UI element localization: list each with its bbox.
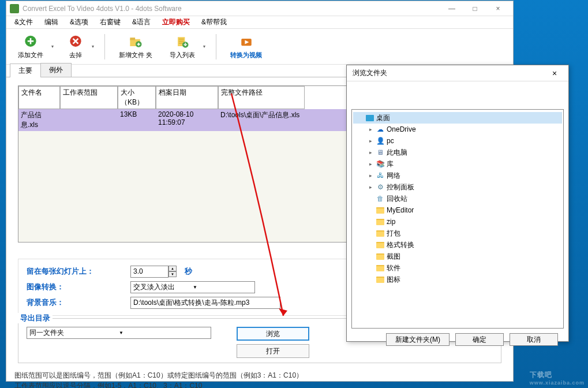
import-list-label: 导入列表	[170, 51, 195, 59]
remove-dropdown-icon[interactable]: ▾	[92, 44, 98, 49]
menu-language[interactable]: &语言	[126, 16, 156, 28]
folder-icon	[376, 229, 385, 237]
dialog-titlebar: 浏览文件夹 ×	[347, 65, 568, 81]
stay-input[interactable]	[130, 266, 168, 278]
expand-icon[interactable]: ▸	[367, 184, 374, 190]
menu-edit[interactable]: 编辑	[39, 16, 64, 28]
separator	[216, 34, 216, 59]
menu-options[interactable]: &选项	[64, 16, 94, 28]
tree-item[interactable]: 🗑回收站	[353, 193, 562, 204]
tree-item[interactable]: ▸🖥此电脑	[353, 147, 562, 158]
menu-buy[interactable]: 立即购买	[156, 16, 196, 28]
add-file-dropdown-icon[interactable]: ▾	[51, 44, 57, 49]
tree-item-label: 库	[387, 159, 394, 169]
import-list-button[interactable]: 导入列表	[163, 33, 202, 61]
chevron-down-icon: ▼	[193, 285, 252, 290]
desktop-icon	[365, 114, 374, 122]
menu-help[interactable]: &帮帮我	[196, 16, 233, 28]
col-range[interactable]: 工作表范围	[60, 86, 118, 109]
window-title: Convert Excel To Video 4dots V1.0 - 4dot…	[23, 5, 440, 13]
help-line2: 工作表范围应以逗号分隔，例如1-5，A1：C10、3：A1：C10	[14, 380, 505, 388]
cell-range	[60, 109, 118, 131]
cell-size: 13KB	[118, 109, 156, 131]
convert-button[interactable]: 转换为视频	[223, 33, 269, 61]
maximize-button[interactable]: □	[463, 2, 486, 16]
tree-item[interactable]: ▸🖧网络	[353, 170, 562, 181]
tab-main[interactable]: 主要	[10, 64, 41, 77]
titlebar: Convert Excel To Video 4dots V1.0 - 4dot…	[6, 1, 513, 16]
export-folder-value: 同一文件夹	[29, 328, 119, 338]
cloud-icon: ☁	[376, 125, 385, 133]
expand-icon[interactable]: ▸	[367, 173, 374, 178]
transition-value: 交叉淡入淡出	[133, 282, 193, 292]
expand-icon[interactable]: ▸	[367, 150, 374, 155]
import-list-dropdown-icon[interactable]: ▾	[203, 44, 209, 49]
cell-path: D:\tools\桌面\产品信息.xls	[218, 109, 305, 131]
tree-item-label: 此电脑	[387, 148, 407, 158]
ctrl-icon: ⚙	[376, 183, 385, 191]
cell-date: 2020-08-10 11:59:07	[156, 109, 218, 131]
tree-item[interactable]: 软件	[353, 262, 562, 274]
col-date[interactable]: 档案日期	[156, 86, 218, 109]
dialog-close-button[interactable]: ×	[546, 69, 563, 78]
transition-combo[interactable]: 交叉淡入淡出 ▼	[130, 281, 255, 293]
tree-item[interactable]: ▸👤pc	[353, 135, 562, 147]
col-filename[interactable]: 文件名	[18, 86, 60, 109]
tree-item[interactable]: 截图	[353, 251, 562, 262]
menu-rightkey[interactable]: 右窗键	[94, 16, 126, 28]
tree-item-label: 回收站	[387, 194, 407, 204]
cancel-button[interactable]: 取消	[510, 333, 558, 346]
tree-item[interactable]: 打包	[353, 227, 562, 239]
tree-item-label: 截图	[387, 252, 400, 262]
new-folder-button[interactable]: 新建文件夹(M)	[386, 333, 450, 346]
help-text: 图纸范围可以是图纸编号，范围（例如A1：C10）或特定图纸编号的范围（例如3：A…	[6, 367, 513, 388]
watermark: 下载吧www.xiazaiba.com	[530, 367, 585, 386]
col-size[interactable]: 大小（KB）	[118, 86, 156, 109]
tree-item[interactable]: 格式转换	[353, 239, 562, 251]
tree-item[interactable]: ▸📚库	[353, 158, 562, 170]
tree-item[interactable]: MyEditor	[353, 204, 562, 216]
separator	[104, 34, 105, 59]
bin-icon: 🗑	[376, 195, 385, 203]
tree-item-label: pc	[387, 137, 394, 145]
add-file-button[interactable]: 添加文件	[11, 33, 50, 61]
export-section-label: 导出目录	[18, 313, 53, 323]
music-input[interactable]	[130, 297, 280, 309]
user-icon: 👤	[376, 137, 385, 145]
close-button[interactable]: ×	[486, 2, 510, 16]
export-folder-combo[interactable]: 同一文件夹 ▼	[27, 327, 211, 339]
tree-item[interactable]: 桌面	[353, 112, 562, 124]
menu-file[interactable]: &文件	[9, 16, 39, 28]
tree-item-label: OneDrive	[387, 125, 416, 133]
music-label: 背景音乐：	[27, 297, 130, 308]
tree-item-label: zip	[387, 218, 395, 226]
expand-icon[interactable]: ▸	[367, 138, 374, 144]
tree-item[interactable]: 图标	[353, 274, 562, 285]
remove-button[interactable]: 去掉	[61, 33, 91, 61]
tree-item[interactable]: zip	[353, 216, 562, 227]
add-file-label: 添加文件	[18, 51, 43, 59]
expand-icon[interactable]: ▸	[367, 161, 374, 167]
chevron-down-icon: ▼	[119, 330, 208, 335]
spin-up-icon[interactable]: ▲	[168, 266, 177, 271]
browse-button[interactable]: 浏览	[237, 327, 309, 341]
new-folder-label: 新增文件 夹	[119, 51, 152, 59]
minimize-button[interactable]: —	[440, 2, 463, 16]
expand-icon[interactable]: ▸	[367, 126, 374, 132]
pc-icon: 🖥	[376, 148, 385, 156]
open-button[interactable]: 打开	[237, 344, 309, 358]
spin-down-icon[interactable]: ▼	[168, 271, 177, 277]
tree-item-label: 软件	[387, 263, 400, 273]
tree-item-label: 打包	[387, 229, 400, 238]
tree-item[interactable]: ▸☁OneDrive	[353, 124, 562, 135]
col-path[interactable]: 完整文件路径	[218, 86, 305, 109]
ok-button[interactable]: 确定	[455, 333, 504, 346]
dialog-title: 浏览文件夹	[353, 68, 546, 78]
folder-icon	[376, 252, 385, 260]
folder-tree[interactable]: 桌面▸☁OneDrive▸👤pc▸🖥此电脑▸📚库▸🖧网络▸⚙控制面板🗑回收站My…	[351, 109, 564, 329]
new-folder-button[interactable]: 新增文件 夹	[112, 33, 159, 61]
tab-exception[interactable]: 例外	[40, 63, 72, 77]
stay-spinner[interactable]: ▲▼	[130, 266, 177, 278]
transition-label: 图像转换：	[27, 282, 130, 292]
tree-item[interactable]: ▸⚙控制面板	[353, 181, 562, 193]
